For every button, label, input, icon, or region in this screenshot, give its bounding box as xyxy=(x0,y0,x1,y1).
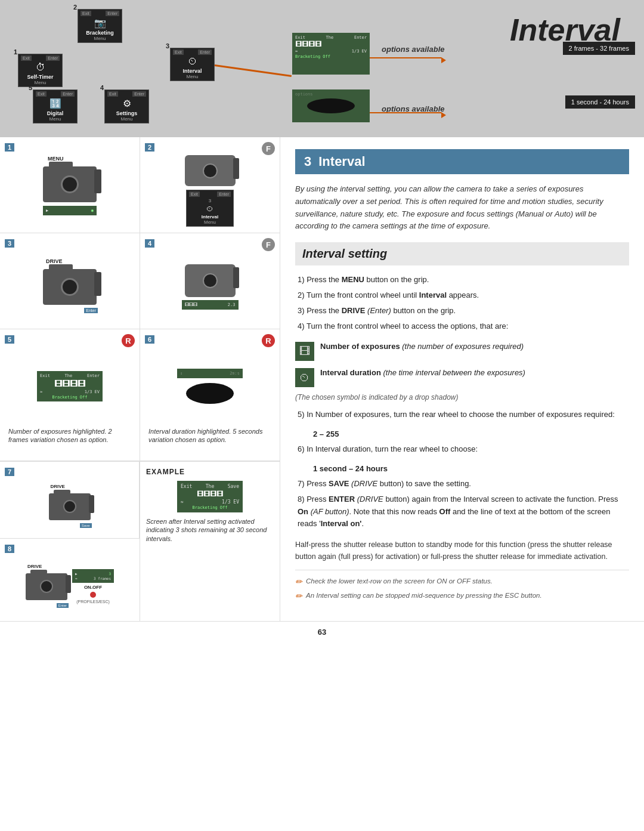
panel-2-menu: ExitEnter 3 ⏲ Interval Menu xyxy=(186,190,234,227)
shadow-note: (The chosen symbol is indicated by a dro… xyxy=(295,393,629,401)
small-top-8 xyxy=(30,570,47,574)
camera-lens-1 xyxy=(61,175,79,193)
camera-body-1 xyxy=(43,166,97,202)
panel-5-lcd: ExitTheEnter 🎞🎞🎞🎞 ≈1/3 EV Bracketing Off xyxy=(37,371,103,401)
step-6: 6) In Interval duration, turn the rear w… xyxy=(295,443,629,456)
subsection-title: Interval setting xyxy=(295,242,629,265)
panel-7-content: DRIVE Save xyxy=(5,480,134,533)
panel-3-num: 3 xyxy=(5,239,14,248)
enter-badge-8: Enter xyxy=(57,603,69,608)
arrow-2 xyxy=(370,112,441,113)
off-bold: Off xyxy=(439,507,451,516)
panels-row-56: 5 R ExitTheEnter 🎞🎞🎞🎞 ≈1/3 EV Bracketing… xyxy=(0,329,280,461)
panel-1-content: MENU ▶◉ xyxy=(5,155,135,227)
camera-top-1 xyxy=(49,162,73,168)
f-badge-2: F xyxy=(262,142,275,155)
arrow-1 xyxy=(370,57,441,58)
panel-7-num: 7 xyxy=(5,468,14,476)
panel-8-num: 8 xyxy=(5,545,14,553)
step-3: 3) Press the DRIVE (Enter) button on the… xyxy=(295,305,629,317)
duration-sub: (the time interval between the exposures… xyxy=(383,368,525,377)
red-dot xyxy=(90,592,96,598)
lens-top-view xyxy=(203,163,218,178)
menu-label: MENU xyxy=(48,156,64,162)
icon-row-exposures: 🎞 Number of exposures (the number of exp… xyxy=(295,341,629,361)
duration-desc: Interval duration (the time interval bet… xyxy=(320,367,525,379)
options-label-1: options available xyxy=(382,45,444,54)
lens-4 xyxy=(203,273,218,288)
step-7: 7) Press SAVE (DRIVE button) to save the… xyxy=(295,478,629,490)
steps-list-6: 6) In Interval duration, turn the rear w… xyxy=(295,443,629,456)
camera-7: DRIVE Save xyxy=(49,493,91,520)
right-text: 3 Interval By using the interval setting… xyxy=(280,137,644,621)
panel-8-lcd: ▶3 ≈3 frames xyxy=(72,569,114,583)
small-grip-8 xyxy=(66,575,71,593)
icon-row-duration: ⏲ Interval duration (the time interval b… xyxy=(295,367,629,387)
camera-1: MENU xyxy=(43,166,97,202)
panel-1-lcd: ▶◉ xyxy=(43,206,97,215)
panels-row-34: 3 DRIVE Enter 4 F xyxy=(0,233,280,329)
panel-6: 6 R ↕2m:s Interval duration highlighted.… xyxy=(140,329,280,461)
duration-label: Interval duration xyxy=(320,368,381,377)
panel-5-caption: Number of exposures highlighted. 2 frame… xyxy=(5,425,135,447)
exposures-icon-box: 🎞 xyxy=(295,342,314,361)
top-diagram: Interval 2 ExitEnter 📷 Bracketing Menu 1… xyxy=(0,0,644,137)
camera-body-3 xyxy=(43,269,97,305)
panel-7: 7 DRIVE Save xyxy=(0,462,140,539)
on-bold: On xyxy=(298,507,308,516)
step-1: 1) Press the MENU button on the grip. xyxy=(295,274,629,286)
exposures-icon: 🎞 xyxy=(299,345,310,358)
exposures-label: Number of exposures xyxy=(320,342,400,351)
exposures-desc: Number of exposures (the number of expos… xyxy=(320,341,524,353)
panel-4: 4 F 🎞🎞🎞2.3 xyxy=(140,233,280,329)
panel-1-num: 1 xyxy=(5,143,14,152)
small-lens-8 xyxy=(40,580,53,593)
bottom-section: 1 MENU ▶◉ xyxy=(0,137,644,621)
enter-italic: (Enter) xyxy=(367,306,391,315)
note-1-text: Check the lower text-row on the screen f… xyxy=(306,576,493,586)
panel-5: 5 R ExitTheEnter 🎞🎞🎞🎞 ≈1/3 EV Bracketing… xyxy=(0,329,140,461)
enter-badge-3: Enter xyxy=(84,308,98,313)
panel-8-content: DRIVE Enter ▶3 ≈3 frames ON.OFF (PROFILE… xyxy=(5,557,135,616)
interval-bold: Interval xyxy=(419,291,447,299)
example-lcd: ExitTheSave 🎞🎞🎞🎞 ≈1/3 EV Bracketing Off xyxy=(177,481,243,512)
drive-italic-2: (DRIVE xyxy=(357,495,383,503)
arrowhead-2 xyxy=(441,112,446,118)
example-status: Bracketing Off xyxy=(181,505,239,510)
panel-2-num: 2 xyxy=(145,143,154,152)
notes-divider xyxy=(295,570,629,570)
page-number: 63 xyxy=(0,621,644,642)
panel-4-num: 4 xyxy=(145,239,154,248)
panel-6-content: ↕2m:s xyxy=(145,347,275,425)
note-1: ✏ Check the lower text-row on the screen… xyxy=(295,576,629,588)
section-title: Interval xyxy=(318,154,365,169)
menu-box-3: 3 ExitEnter ⏲ Interval Menu xyxy=(170,48,215,81)
small-camera-8 xyxy=(26,573,67,600)
save-bold: SAVE xyxy=(329,479,349,488)
left-panels: 1 MENU ▶◉ xyxy=(0,137,280,621)
steps-list: 1) Press the MENU button on the grip. 2)… xyxy=(295,274,629,332)
drive-bold: DRIVE xyxy=(342,306,366,315)
camera-lens-3 xyxy=(61,278,79,296)
drive-label-3: DRIVE xyxy=(46,258,63,264)
steps-list-78: 7) Press SAVE (DRIVE button) to save the… xyxy=(295,478,629,530)
af-italic: (AF button) xyxy=(311,507,349,516)
f-badge-4: F xyxy=(262,238,275,251)
camera-top-view xyxy=(185,155,236,186)
example-label: EXAMPLE xyxy=(146,468,274,476)
panel-8: 8 DRIVE Enter xyxy=(0,539,140,621)
menu-box-4: 4 ExitEnter ⚙ Settings Menu xyxy=(104,89,149,123)
panel-8-controls: ▶3 ≈3 frames ON.OFF (PROFILES/ESC) xyxy=(72,569,114,604)
camera-grip-1 xyxy=(94,169,101,193)
intro-text: By using the interval setting, you can a… xyxy=(295,183,629,233)
range-box-1: 2 frames - 32 frames xyxy=(563,42,635,55)
small-top-7 xyxy=(54,490,70,494)
lcd-bottom: options xyxy=(292,89,370,122)
note-2-icon: ✏ xyxy=(295,591,302,603)
small-lens-7 xyxy=(63,500,76,513)
note-1-icon: ✏ xyxy=(295,576,302,588)
drive-italic: (DRIVE xyxy=(351,479,377,488)
range-box-2: 1 second - 24 hours xyxy=(565,95,635,109)
panel-4-content: 🎞🎞🎞2.3 xyxy=(145,251,275,323)
r-badge-6: R xyxy=(262,334,275,347)
